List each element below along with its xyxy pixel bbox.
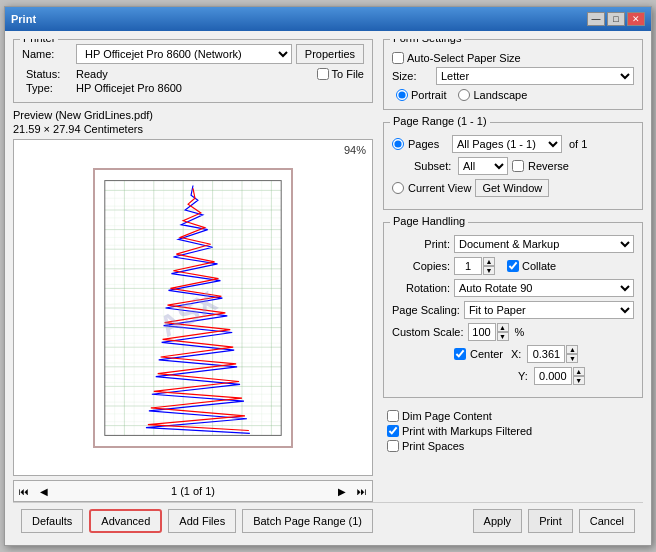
form-settings-group: Form Settings Auto-Select Paper Size Siz… <box>383 39 643 110</box>
print-markups-checkbox[interactable] <box>387 425 399 437</box>
auto-select-checkbox[interactable] <box>392 52 404 64</box>
left-panel: Printer Name: HP Officejet Pro 8600 (Net… <box>13 39 373 502</box>
type-value: HP Officejet Pro 8600 <box>76 82 364 94</box>
copies-label: Copies: <box>392 260 450 272</box>
collate-checkbox[interactable] <box>507 260 519 272</box>
dim-page-checkbox[interactable] <box>387 410 399 422</box>
center-y-spinner: ▲ ▼ <box>534 367 585 385</box>
status-value: Ready <box>76 68 313 80</box>
prev-page-button[interactable]: ◀ <box>34 481 54 501</box>
copies-row: Copies: ▲ ▼ Collate <box>392 257 634 275</box>
collate-label: Collate <box>522 260 556 272</box>
advanced-button[interactable]: Advanced <box>89 509 162 533</box>
copies-spinner-btns: ▲ ▼ <box>483 257 495 275</box>
to-file-label: To File <box>332 68 364 80</box>
center-y-spinner-btns: ▲ ▼ <box>573 367 585 385</box>
to-file-row: To File <box>317 68 364 80</box>
to-file-checkbox[interactable] <box>317 68 329 80</box>
center-checkbox[interactable] <box>454 348 466 360</box>
defaults-button[interactable]: Defaults <box>21 509 83 533</box>
print-spaces-label: Print Spaces <box>402 440 464 452</box>
type-label: Type: <box>26 82 72 94</box>
close-button[interactable]: ✕ <box>627 12 645 26</box>
portrait-option: Portrait <box>396 89 446 101</box>
copies-input[interactable] <box>454 257 482 275</box>
pages-radio[interactable] <box>392 138 404 150</box>
status-row: Status: Ready To File <box>26 68 364 80</box>
last-page-button[interactable]: ⏭ <box>352 481 372 501</box>
custom-scale-spinner: ▲ ▼ <box>468 323 509 341</box>
subset-label: Subset: <box>414 160 454 172</box>
batch-page-range-button[interactable]: Batch Page Range (1) <box>242 509 373 533</box>
get-window-button[interactable]: Get Window <box>475 179 549 197</box>
custom-scale-row: Custom Scale: ▲ ▼ % <box>392 323 634 341</box>
copies-up-button[interactable]: ▲ <box>483 257 495 266</box>
reverse-checkbox[interactable] <box>512 160 524 172</box>
print-spaces-checkbox[interactable] <box>387 440 399 452</box>
minimize-button[interactable]: — <box>587 12 605 26</box>
size-select[interactable]: Letter <box>436 67 634 85</box>
printer-name-select[interactable]: HP Officejet Pro 8600 (Network) <box>76 44 292 64</box>
current-view-radio[interactable] <box>392 182 404 194</box>
maximize-button[interactable]: □ <box>607 12 625 26</box>
printer-info: Status: Ready To File Type: HP Officejet… <box>22 68 364 94</box>
custom-scale-down-button[interactable]: ▼ <box>497 332 509 341</box>
print-button[interactable]: Print <box>528 509 573 533</box>
first-page-button[interactable]: ⏮ <box>14 481 34 501</box>
subset-select[interactable]: All <box>458 157 508 175</box>
dialog-body: Printer Name: HP Officejet Pro 8600 (Net… <box>5 31 651 545</box>
center-x-input[interactable] <box>527 345 565 363</box>
landscape-label: Landscape <box>473 89 527 101</box>
right-panel: Form Settings Auto-Select Paper Size Siz… <box>383 39 643 502</box>
page-handling-group: Page Handling Print: Document & Markup C… <box>383 222 643 398</box>
landscape-radio[interactable] <box>458 89 470 101</box>
custom-scale-label: Custom Scale: <box>392 326 464 338</box>
page-range-title: Page Range (1 - 1) <box>390 115 490 127</box>
preview-percent: 94% <box>344 144 366 156</box>
reverse-label: Reverse <box>528 160 569 172</box>
printer-group-title: Printer <box>20 39 58 44</box>
center-y-down-button[interactable]: ▼ <box>573 376 585 385</box>
next-page-button[interactable]: ▶ <box>332 481 352 501</box>
center-y-input[interactable] <box>534 367 572 385</box>
portrait-label: Portrait <box>411 89 446 101</box>
pages-select[interactable]: All Pages (1 - 1) <box>452 135 562 153</box>
top-section: Printer Name: HP Officejet Pro 8600 (Net… <box>13 39 643 502</box>
add-files-button[interactable]: Add Files <box>168 509 236 533</box>
center-label: Center <box>470 348 503 360</box>
extra-checkboxes: Dim Page Content Print with Markups Filt… <box>383 410 643 455</box>
copies-spinner: ▲ ▼ <box>454 257 495 275</box>
center-row: Center X: ▲ ▼ <box>392 345 634 363</box>
print-spaces-row: Print Spaces <box>387 440 643 452</box>
page-scaling-select[interactable]: Fit to Paper <box>464 301 634 319</box>
print-dialog: Print — □ ✕ Printer Name: HP Officejet P… <box>4 6 652 546</box>
rotation-select[interactable]: Auto Rotate 90 <box>454 279 634 297</box>
copies-down-button[interactable]: ▼ <box>483 266 495 275</box>
custom-scale-up-button[interactable]: ▲ <box>497 323 509 332</box>
apply-button[interactable]: Apply <box>473 509 523 533</box>
auto-select-row: Auto-Select Paper Size <box>392 52 634 64</box>
print-markups-label: Print with Markups Filtered <box>402 425 532 437</box>
type-row: Type: HP Officejet Pro 8600 <box>26 82 364 94</box>
size-row: Size: Letter <box>392 67 634 85</box>
print-select[interactable]: Document & Markup <box>454 235 634 253</box>
printer-name-label: Name: <box>22 48 72 60</box>
center-x-down-button[interactable]: ▼ <box>566 354 578 363</box>
rotation-row: Rotation: Auto Rotate 90 <box>392 279 634 297</box>
custom-scale-spinner-btns: ▲ ▼ <box>497 323 509 341</box>
page-scaling-row: Page Scaling: Fit to Paper <box>392 301 634 319</box>
preview-container: 94% <box>13 139 373 476</box>
page-scaling-label: Page Scaling: <box>392 304 460 316</box>
properties-button[interactable]: Properties <box>296 44 364 64</box>
cancel-button[interactable]: Cancel <box>579 509 635 533</box>
size-label: Size: <box>392 70 432 82</box>
auto-select-label: Auto-Select Paper Size <box>407 52 521 64</box>
center-y-up-button[interactable]: ▲ <box>573 367 585 376</box>
preview-label: Preview (New GridLines.pdf) <box>13 109 373 121</box>
custom-scale-input[interactable] <box>468 323 496 341</box>
portrait-radio[interactable] <box>396 89 408 101</box>
center-x-spinner: ▲ ▼ <box>527 345 578 363</box>
center-x-up-button[interactable]: ▲ <box>566 345 578 354</box>
collate-check: Collate <box>507 260 556 272</box>
dim-page-row: Dim Page Content <box>387 410 643 422</box>
